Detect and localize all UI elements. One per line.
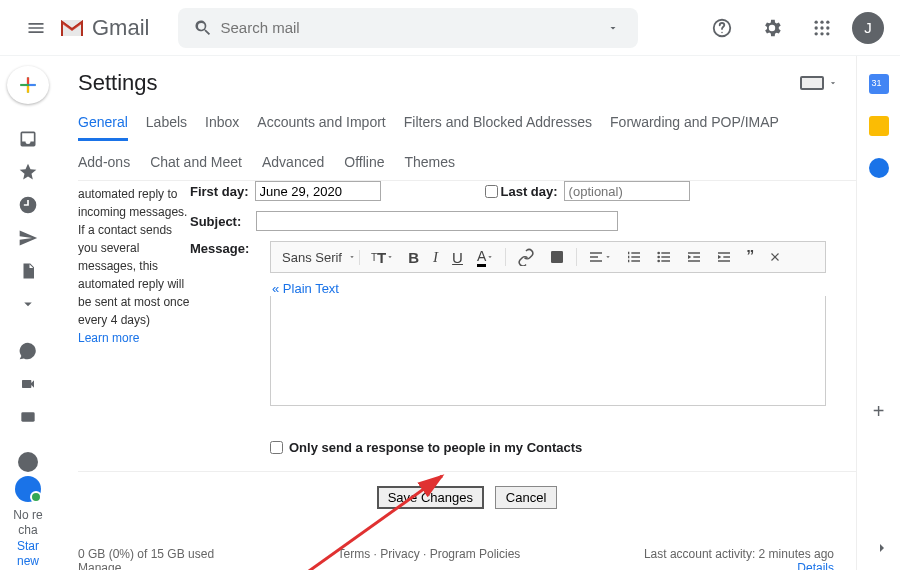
subject-input[interactable]	[256, 211, 618, 231]
hangouts-status-icon[interactable]	[18, 452, 38, 472]
plain-text-link[interactable]: « Plain Text	[272, 281, 826, 296]
keep-addon[interactable]	[869, 116, 889, 136]
link-button[interactable]	[514, 248, 538, 266]
tab-general[interactable]: General	[78, 114, 128, 141]
text-color-button[interactable]: A	[474, 248, 497, 267]
tab-offline[interactable]: Offline	[344, 154, 384, 176]
tab-labels[interactable]: Labels	[146, 114, 187, 141]
footer: 0 GB (0%) of 15 GB used Manage Terms · P…	[78, 547, 856, 570]
learn-more-link[interactable]: Learn more	[78, 331, 139, 345]
nav-snoozed[interactable]	[8, 190, 48, 219]
privacy-link[interactable]: Privacy	[380, 547, 419, 561]
message-label: Message:	[190, 241, 254, 256]
vacation-help: automated reply to incoming messages. If…	[78, 179, 190, 416]
nav-meet[interactable]	[8, 370, 48, 399]
font-family-button[interactable]: Sans Serif	[279, 250, 360, 265]
nav-inbox[interactable]	[8, 124, 48, 153]
manage-storage-link[interactable]: Manage	[78, 561, 121, 570]
calendar-addon[interactable]	[869, 74, 889, 94]
bullet-list-button[interactable]	[653, 249, 675, 265]
first-day-input[interactable]	[255, 181, 381, 201]
search-options-dropdown[interactable]	[598, 8, 628, 48]
support-button[interactable]	[702, 8, 742, 48]
hangouts-new-link[interactable]: new	[0, 554, 56, 570]
compose-button[interactable]	[7, 66, 49, 104]
font-family-label: Sans Serif	[282, 250, 342, 265]
save-changes-button[interactable]: Save Changes	[377, 486, 484, 509]
cancel-button[interactable]: Cancel	[495, 486, 557, 509]
only-contacts-label: Only send a response to people in my Con…	[289, 440, 582, 455]
search-input[interactable]	[218, 18, 598, 37]
message-editor[interactable]	[270, 296, 826, 406]
nav-more[interactable]	[8, 289, 48, 318]
search-icon[interactable]	[188, 8, 218, 48]
svg-point-9	[820, 32, 823, 35]
clock-icon	[18, 195, 38, 215]
svg-rect-13	[802, 78, 822, 88]
get-addons-button[interactable]: +	[873, 400, 885, 423]
remove-format-button[interactable]	[765, 250, 785, 264]
chat-bubble-icon	[18, 341, 38, 361]
tab-addons[interactable]: Add-ons	[78, 154, 130, 176]
contact-avatar[interactable]	[15, 476, 41, 502]
nav-starred[interactable]	[8, 157, 48, 186]
tab-advanced[interactable]: Advanced	[262, 154, 324, 176]
nav-sent[interactable]	[8, 223, 48, 252]
nav-hangouts[interactable]	[8, 337, 48, 366]
first-day-label: First day:	[190, 184, 249, 199]
font-size-button[interactable]: TT	[368, 249, 397, 266]
image-button[interactable]	[546, 249, 568, 265]
input-tool-selector[interactable]	[800, 76, 838, 90]
bold-button[interactable]: B	[405, 249, 422, 266]
subject-label: Subject:	[190, 214, 250, 229]
italic-button[interactable]: I	[430, 249, 441, 266]
send-icon	[18, 228, 38, 248]
only-contacts-checkbox[interactable]	[270, 441, 283, 454]
help-icon	[711, 17, 733, 39]
account-avatar[interactable]: J	[852, 12, 884, 44]
last-day-input[interactable]	[564, 181, 690, 201]
align-icon	[588, 249, 604, 265]
hangouts-start-link[interactable]: Star	[0, 539, 56, 555]
svg-rect-14	[551, 251, 563, 263]
svg-point-16	[658, 256, 661, 259]
gmail-logo[interactable]: Gmail	[58, 15, 149, 41]
tab-themes[interactable]: Themes	[405, 154, 456, 176]
file-icon	[19, 261, 37, 281]
indent-less-button[interactable]	[683, 249, 705, 265]
quote-button[interactable]: ”	[743, 248, 757, 266]
svg-point-17	[658, 260, 661, 263]
tab-accounts[interactable]: Accounts and Import	[257, 114, 385, 141]
app-header: Gmail J	[0, 0, 900, 56]
terms-link[interactable]: Terms	[338, 547, 371, 561]
page-title: Settings	[78, 70, 158, 96]
activity-details-link[interactable]: Details	[797, 561, 834, 570]
indent-right-icon	[716, 249, 732, 265]
svg-point-6	[820, 26, 823, 29]
underline-button[interactable]: U	[449, 249, 466, 266]
settings-tabs-row1: General Labels Inbox Accounts and Import…	[78, 114, 856, 142]
tasks-addon[interactable]	[869, 158, 889, 178]
header-actions: J	[702, 8, 884, 48]
apps-button[interactable]	[802, 8, 842, 48]
main-menu-button[interactable]	[16, 8, 56, 48]
nav-drafts[interactable]	[8, 256, 48, 285]
policies-link[interactable]: Program Policies	[430, 547, 521, 561]
numbered-list-button[interactable]	[623, 249, 645, 265]
apps-grid-icon	[812, 18, 832, 38]
keyboard-icon	[17, 409, 39, 425]
indent-more-button[interactable]	[713, 249, 735, 265]
tab-inbox[interactable]: Inbox	[205, 114, 239, 141]
tab-forwarding[interactable]: Forwarding and POP/IMAP	[610, 114, 779, 141]
tab-chat-meet[interactable]: Chat and Meet	[150, 154, 242, 176]
last-day-checkbox[interactable]	[485, 185, 498, 198]
settings-button[interactable]	[752, 8, 792, 48]
gear-icon	[761, 17, 783, 39]
hide-side-panel-button[interactable]	[874, 540, 890, 556]
svg-point-4	[826, 20, 829, 23]
main-area: No re cha Star new Settings General Labe…	[0, 56, 900, 570]
search-bar[interactable]	[178, 8, 638, 48]
tab-filters[interactable]: Filters and Blocked Addresses	[404, 114, 592, 141]
align-button[interactable]	[585, 249, 615, 265]
nav-keyboard[interactable]	[8, 403, 48, 432]
